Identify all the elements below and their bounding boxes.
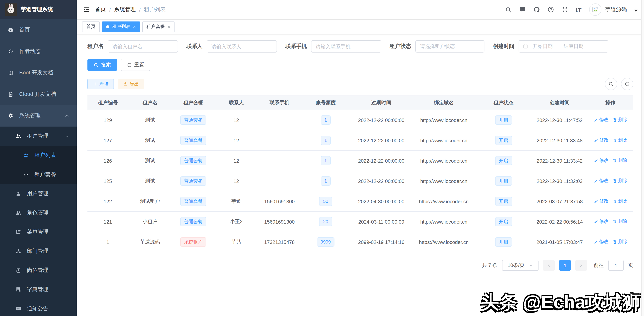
username[interactable]: 芋道源码 [605, 6, 627, 13]
filter-form: 租户名 联系人 联系手机 租户状态 请选择租户状态 [88, 40, 633, 52]
edit-button[interactable]: 修改 [594, 137, 608, 144]
edit-button[interactable]: 修改 [594, 198, 608, 204]
refresh-table-button[interactable] [621, 78, 633, 90]
avatar[interactable] [589, 4, 602, 16]
dashboard-icon [8, 27, 14, 33]
chevron-down-icon[interactable] [634, 10, 638, 12]
search-icon[interactable] [505, 6, 512, 13]
chevron-up-icon [65, 114, 69, 118]
quota-tag: 9999 [317, 238, 334, 246]
export-button-label: 导出 [130, 81, 139, 87]
sidebar-item-tenant-management[interactable]: 租户管理 [0, 126, 77, 146]
edit-button[interactable]: 修改 [594, 117, 608, 123]
tenant-status-select[interactable]: 请选择租户状态 [416, 40, 484, 52]
cell-created: 2022-03-07 21:37:58 [532, 191, 588, 212]
edit-button[interactable]: 修改 [594, 218, 608, 225]
tab-tenant-package[interactable]: 租户套餐 × [142, 21, 174, 32]
fullscreen-icon[interactable] [562, 6, 568, 13]
breadcrumb-item-home[interactable]: 首页 [95, 6, 106, 13]
mobile-input[interactable] [311, 40, 381, 52]
table-row: 1 芋道源码 系统租户 芋艿 17321315478 9999 2099-02-… [88, 232, 633, 252]
logo-avatar [4, 4, 17, 16]
breadcrumb-separator: / [139, 6, 141, 13]
sidebar-item-label: 首页 [19, 26, 73, 33]
tab-tenant-list[interactable]: 租户列表 × [102, 21, 140, 32]
col-tenant-id: 租户编号 [88, 96, 128, 110]
font-size-icon[interactable]: tT [576, 6, 582, 13]
add-button[interactable]: 新增 [88, 78, 114, 89]
breadcrumb-separator: / [109, 6, 111, 13]
reset-button[interactable]: 重置 [121, 59, 150, 71]
quota-tag: 50 [319, 197, 332, 206]
sidebar-item-boot-docs[interactable]: Boot 开发文档 [0, 62, 77, 84]
github-icon[interactable] [533, 6, 540, 13]
filter-tenant-name: 租户名 [88, 40, 178, 52]
cell-mobile [258, 150, 301, 171]
edit-button[interactable]: 修改 [594, 178, 608, 184]
sidebar-item-system-management[interactable]: 系统管理 [0, 105, 77, 126]
sidebar-item-role-management[interactable]: 角色管理 [0, 203, 77, 222]
sidebar-item-home[interactable]: 首页 [0, 19, 77, 41]
cell-expire: 2024-03-11 00:00:00 [350, 212, 412, 232]
delete-button[interactable]: 删除 [612, 239, 627, 245]
cell-mobile: 15601691300 [258, 191, 301, 212]
sidebar-item-author-news[interactable]: 作者动态 [0, 41, 77, 62]
close-icon[interactable]: × [133, 24, 136, 29]
cell-created: 2022-12-30 11:32:03 [532, 171, 588, 191]
dictionary-icon [15, 286, 22, 292]
tenant-name-input[interactable] [108, 40, 178, 52]
page-number-1[interactable]: 1 [559, 260, 571, 271]
sidebar-item-dict-management[interactable]: 字典管理 [0, 280, 77, 299]
cell-domain: http://www.iocoder.cn [412, 171, 475, 191]
search-button[interactable]: 搜索 [88, 59, 117, 71]
cell-expire: 2022-04-30 00:00:00 [350, 191, 412, 212]
sidebar-item-tenant-list[interactable]: 租户列表 [0, 146, 77, 165]
sidebar-item-user-management[interactable]: 用户管理 [0, 184, 77, 203]
export-button[interactable]: 导出 [118, 78, 144, 89]
help-icon[interactable] [547, 6, 554, 13]
status-tag: 开启 [495, 238, 512, 246]
select-placeholder: 请选择租户状态 [420, 43, 455, 50]
create-time-range-picker[interactable]: 开始日期 - 结束日期 [518, 40, 608, 52]
cell-mobile: 15601691300 [258, 212, 301, 232]
delete-button[interactable]: 删除 [612, 198, 627, 204]
page-size-select[interactable]: 10条/页 [502, 260, 538, 271]
delete-button[interactable]: 删除 [612, 218, 627, 225]
message-icon[interactable] [519, 6, 526, 13]
sidebar-item-cloud-docs[interactable]: Cloud 开发文档 [0, 84, 77, 105]
cell-id: 126 [88, 150, 128, 171]
sidebar-item-label: 部门管理 [27, 248, 73, 255]
delete-button[interactable]: 删除 [612, 137, 627, 144]
close-icon[interactable]: × [168, 24, 170, 29]
cell-created: 2021-01-05 17:03:47 [532, 232, 588, 252]
cell-expire: 2022-12-22 00:00:00 [350, 130, 412, 150]
sidebar-item-menu-management[interactable]: 菜单管理 [0, 222, 77, 242]
next-page-button[interactable] [575, 260, 587, 271]
delete-button[interactable]: 删除 [612, 117, 627, 123]
person-face-icon [8, 48, 14, 54]
edit-button[interactable]: 修改 [594, 158, 608, 164]
edit-button[interactable]: 修改 [594, 239, 608, 245]
cell-mobile [258, 130, 301, 150]
sidebar-item-notice[interactable]: 通知公告 [0, 299, 77, 316]
contact-input[interactable] [207, 40, 277, 52]
sidebar-item-dept-management[interactable]: 部门管理 [0, 242, 77, 261]
scrollbar[interactable] [641, 0, 644, 316]
show-search-button[interactable] [605, 78, 617, 90]
table-toolbar: 新增 导出 [88, 78, 633, 90]
goto-page-input[interactable] [608, 260, 624, 271]
sidebar-item-post-management[interactable]: 岗位管理 [0, 261, 77, 280]
delete-button[interactable]: 删除 [612, 158, 627, 164]
breadcrumb-item-system[interactable]: 系统管理 [114, 6, 136, 13]
package-tag: 普通套餐 [180, 197, 206, 206]
quota-tag: 1 [320, 156, 331, 165]
tab-home[interactable]: 首页 [82, 21, 100, 32]
filter-actions: 搜索 重置 [88, 59, 633, 71]
navbar-actions: tT 芋道源码 [505, 4, 638, 16]
sidebar-fold-icon[interactable] [83, 6, 90, 13]
prev-page-button[interactable] [543, 260, 555, 271]
sidebar-item-tenant-package[interactable]: 租户套餐 [0, 165, 77, 184]
sidebar-logo[interactable]: 芋道管理系统 [0, 0, 77, 19]
breadcrumb-item-current: 租户列表 [144, 6, 166, 13]
delete-button[interactable]: 删除 [612, 178, 627, 184]
